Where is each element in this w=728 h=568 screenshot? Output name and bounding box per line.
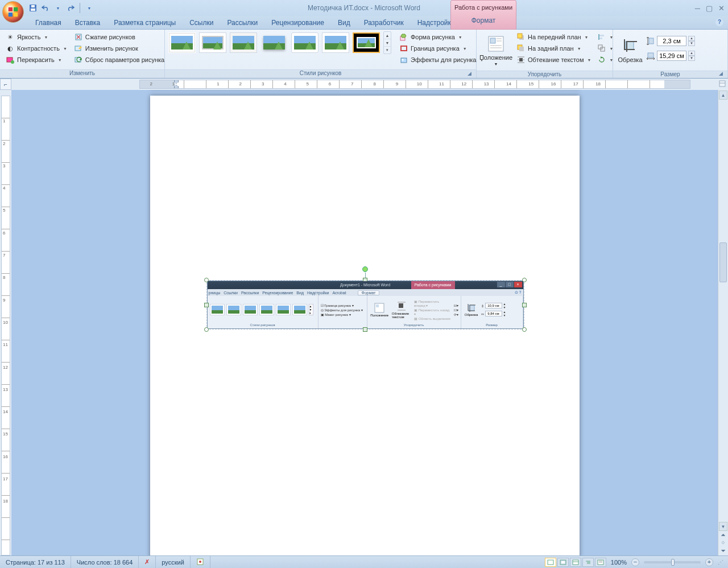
width-field[interactable]: ▲▼ <box>646 50 695 62</box>
zoom-out-button[interactable]: − <box>631 558 639 566</box>
title-bar: ▼ ▼ Методичка ИТ.docx - Microsoft Word ─… <box>0 0 728 16</box>
zoom-thumb[interactable] <box>671 559 675 566</box>
status-page[interactable]: Страница: 17 из 113 <box>0 556 71 568</box>
styles-launcher-icon[interactable]: ◢ <box>468 71 474 77</box>
gallery-down-icon[interactable]: ▼ <box>384 39 391 47</box>
picture-shape-button[interactable]: Форма рисунка▼ <box>397 31 486 43</box>
group-button[interactable]: ▼ <box>597 43 608 54</box>
size-launcher-icon[interactable]: ◢ <box>719 71 726 77</box>
compress-pictures-button[interactable]: Сжатие рисунков <box>72 31 167 43</box>
rotate-button[interactable]: ▼ <box>597 54 608 65</box>
brightness-button[interactable]: ☀Яркость▼ <box>3 31 69 43</box>
selected-picture[interactable]: Документ1 - Microsoft Word Работа с рису… <box>207 281 524 329</box>
send-to-back-button[interactable]: На задний план▼ <box>514 43 593 54</box>
zoom-in-button[interactable]: + <box>705 558 713 566</box>
style-thumb-3[interactable] <box>230 32 257 53</box>
handle-ml[interactable] <box>204 303 209 307</box>
next-page-icon[interactable]: ⏷ <box>718 548 728 555</box>
picture-effects-button[interactable]: Эффекты для рисунка▼ <box>397 54 486 65</box>
status-language[interactable]: русский <box>156 556 190 568</box>
vertical-ruler-container: 123456789101112131415161718 <box>0 90 11 555</box>
vertical-ruler[interactable]: 123456789101112131415161718 <box>1 96 10 555</box>
scroll-track[interactable] <box>718 100 728 521</box>
handle-bm[interactable] <box>363 327 367 332</box>
status-macro[interactable] <box>191 556 210 568</box>
tab-mailings[interactable]: Рассылки <box>220 17 264 29</box>
svg-rect-1 <box>14 7 18 11</box>
view-draft[interactable] <box>595 558 606 567</box>
close-icon[interactable]: ✕ <box>718 4 725 13</box>
gallery-scroll[interactable]: ▲▼▾ <box>383 31 391 54</box>
redo-icon[interactable] <box>66 3 75 13</box>
horizontal-ruler[interactable]: 21123456789101112131415161718 <box>139 80 690 89</box>
contrast-button[interactable]: ◐Контрастность▼ <box>3 43 69 54</box>
prev-page-icon[interactable]: ⏶ <box>718 532 728 540</box>
tab-references[interactable]: Ссылки <box>183 17 220 29</box>
view-outline[interactable] <box>582 558 594 567</box>
height-spinner[interactable]: ▲▼ <box>688 36 695 46</box>
crop-button[interactable]: Обрезка <box>617 31 644 69</box>
scroll-thumb[interactable] <box>719 242 727 282</box>
tab-home[interactable]: Главная <box>28 17 68 29</box>
tab-review[interactable]: Рецензирование <box>264 17 331 29</box>
handle-mr[interactable] <box>522 303 527 307</box>
proof-icon: ✗ <box>144 558 150 566</box>
style-thumb-4[interactable] <box>260 32 288 53</box>
minimize-icon[interactable]: ─ <box>695 4 700 13</box>
tab-insert[interactable]: Вставка <box>68 17 107 29</box>
handle-bl[interactable] <box>204 327 209 332</box>
view-print-layout[interactable] <box>545 558 556 567</box>
height-field[interactable]: ▲▼ <box>646 35 695 47</box>
tab-page-layout[interactable]: Разметка страницы <box>107 17 183 29</box>
view-web-layout[interactable] <box>570 558 581 567</box>
undo-dropdown-icon[interactable]: ▼ <box>53 3 63 13</box>
resize-grip-icon[interactable]: ⋰ <box>714 559 723 565</box>
tab-format[interactable]: Формат <box>451 17 516 24</box>
width-spinner[interactable]: ▲▼ <box>688 51 695 61</box>
tab-selector[interactable]: ⌐ <box>0 79 11 90</box>
view-full-screen[interactable] <box>557 558 569 567</box>
style-thumb-1[interactable] <box>168 32 196 53</box>
office-button[interactable] <box>2 1 26 25</box>
height-input[interactable] <box>657 36 686 46</box>
status-proofing[interactable]: ✗ <box>139 556 156 568</box>
rotate-handle[interactable] <box>362 266 368 272</box>
browse-object-icon[interactable]: ○ <box>718 540 728 548</box>
width-input[interactable] <box>657 51 686 61</box>
help-icon[interactable]: ? <box>715 18 723 26</box>
style-thumb-5[interactable] <box>291 32 318 53</box>
save-icon[interactable] <box>28 3 38 13</box>
zoom-level[interactable]: 100% <box>611 559 627 566</box>
style-thumb-2[interactable] <box>199 32 226 53</box>
text-wrap-button[interactable]: Обтекание текстом▼ <box>514 54 593 65</box>
status-word-count[interactable]: Число слов: 18 664 <box>71 556 139 568</box>
tab-developer[interactable]: Разработчик <box>357 17 411 29</box>
scroll-down-icon[interactable]: ▼ <box>719 522 727 531</box>
style-thumb-7-selected[interactable] <box>353 32 380 53</box>
change-picture-button[interactable]: Изменить рисунок <box>72 43 167 54</box>
scroll-up-icon[interactable]: ▲ <box>719 90 727 100</box>
vertical-scrollbar[interactable]: ▲ ▼ ⏶ ○ ⏷ <box>718 90 728 555</box>
undo-icon[interactable] <box>41 3 50 13</box>
qat-customize-icon[interactable]: ▼ <box>85 3 94 13</box>
maximize-icon[interactable]: ▢ <box>706 4 713 13</box>
zoom-slider[interactable] <box>644 561 701 563</box>
align-button[interactable]: ▼ <box>597 31 608 43</box>
document-page[interactable]: Документ1 - Microsoft Word Работа с рису… <box>150 96 580 555</box>
handle-br[interactable] <box>522 327 527 332</box>
quick-access-toolbar: ▼ ▼ <box>28 3 94 13</box>
recolor-button[interactable]: Перекрасить▼ <box>3 54 69 65</box>
tab-view[interactable]: Вид <box>331 17 357 29</box>
bring-to-front-button[interactable]: На передний план▼ <box>514 31 593 43</box>
ruler-toggle-icon[interactable] <box>719 80 727 88</box>
brightness-icon: ☀ <box>6 32 15 42</box>
gallery-more-icon[interactable]: ▾ <box>384 47 391 53</box>
page-viewport[interactable]: Документ1 - Microsoft Word Работа с рису… <box>11 90 718 555</box>
style-thumb-6[interactable] <box>322 32 349 53</box>
svg-rect-13 <box>401 46 407 51</box>
reset-picture-button[interactable]: Сброс параметров рисунка <box>72 54 167 65</box>
gallery-up-icon[interactable]: ▲ <box>384 32 391 39</box>
height-icon <box>646 36 655 46</box>
picture-border-button[interactable]: Граница рисунка▼ <box>397 43 486 54</box>
picture-style-gallery[interactable]: ▲▼▾ <box>168 31 391 54</box>
